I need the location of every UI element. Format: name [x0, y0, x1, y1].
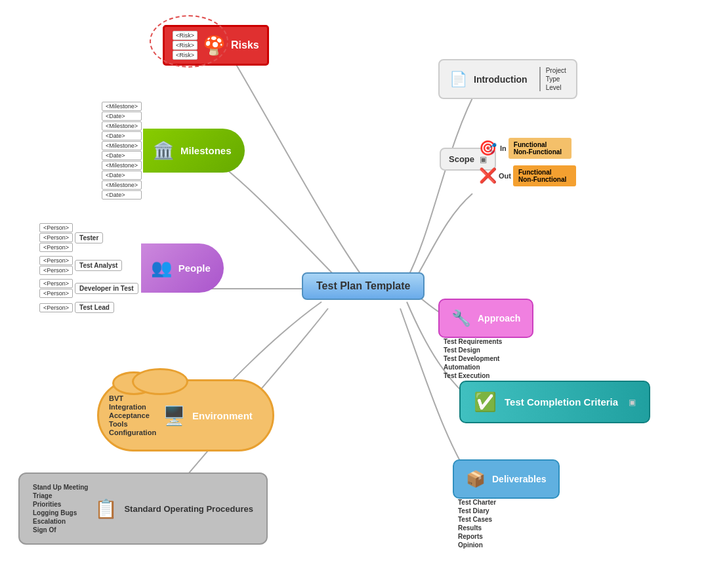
central-node: Test Plan Template — [302, 272, 425, 300]
scope-in-icon: 🎯 — [479, 140, 497, 157]
risks-list: <Risk> <Risk> <Risk> — [173, 31, 197, 60]
lead-p1: <Person> — [39, 303, 73, 312]
tcc-icon: ✅ — [474, 391, 497, 413]
approach-box: 🔧 Approach — [438, 299, 533, 338]
scope-out-banner: ❌ Out Functional Non-Functional — [479, 165, 576, 186]
risk-item-2: <Risk> — [173, 41, 197, 50]
sop-items: Stand Up Meeting Triage Priorities Loggi… — [33, 484, 88, 534]
tester-label: Tester — [75, 232, 103, 243]
people-node: <Person> <Person> <Person> Tester <Perso… — [39, 223, 224, 313]
sop-label: Standard Operating Procedures — [124, 504, 253, 514]
sop-item-2: Triage — [33, 492, 88, 499]
approach-item-1: Test Requirements — [444, 338, 533, 345]
dev-label: Developer in Test — [75, 283, 138, 294]
environment-cloud: BVT Integration Acceptance Tools Configu… — [97, 379, 274, 452]
ms-2: <Date> — [102, 112, 142, 121]
sop-icon: 📋 — [94, 498, 117, 520]
scope-in-item-1: Functional — [514, 141, 562, 148]
deliverables-icon: 📦 — [466, 470, 486, 488]
deliv-item-5: Reports — [458, 533, 560, 540]
env-item-5: Configuration — [109, 429, 156, 436]
milestones-node: <Milestone> <Date> <Milestone> <Date> <M… — [102, 102, 245, 200]
central-label: Test Plan Template — [316, 280, 410, 291]
ms-1: <Milestone> — [102, 102, 142, 111]
approach-item-4: Automation — [444, 364, 533, 371]
milestones-icon: 🏛️ — [153, 140, 174, 161]
risk-item-1: <Risk> — [173, 31, 197, 40]
environment-node: BVT Integration Acceptance Tools Configu… — [97, 379, 274, 452]
tester-p2: <Person> — [39, 233, 73, 242]
sop-item-5: Escalation — [33, 518, 88, 525]
environment-items: BVT Integration Acceptance Tools Configu… — [109, 394, 156, 436]
intro-item-2: Type — [546, 75, 566, 83]
milestones-label: Milestones — [180, 145, 232, 156]
tester-persons: <Person> <Person> <Person> — [39, 223, 73, 252]
tester-group: <Person> <Person> <Person> Tester — [39, 223, 138, 252]
tcc-box: ✅ Test Completion Criteria ▣ — [459, 381, 650, 423]
approach-node: 🔧 Approach Test Requirements Test Design… — [438, 299, 533, 379]
introduction-icon: 📄 — [449, 71, 467, 88]
tcc-label: Test Completion Criteria — [505, 396, 618, 408]
sop-box: Stand Up Meeting Triage Priorities Loggi… — [18, 472, 268, 545]
dev-persons: <Person> <Person> — [39, 279, 73, 298]
environment-label: Environment — [192, 410, 253, 421]
people-icon: 👥 — [151, 258, 172, 278]
ms-6: <Date> — [102, 151, 142, 160]
ms-8: <Date> — [102, 171, 142, 180]
approach-icon: 🔧 — [451, 309, 471, 327]
lead-group: <Person> Test Lead — [39, 302, 138, 313]
risks-label: Risks — [231, 39, 259, 51]
intro-item-3: Level — [546, 84, 566, 91]
analyst-persons: <Person> <Person> — [39, 256, 73, 275]
tcc-node: ✅ Test Completion Criteria ▣ — [459, 381, 650, 423]
people-shape: 👥 People — [141, 243, 224, 293]
deliverables-box: 📦 Deliverables — [453, 459, 560, 499]
sop-item-6: Sign Of — [33, 526, 88, 534]
analyst-p1: <Person> — [39, 256, 73, 265]
introduction-node: 📄 Introduction Project Type Level — [438, 59, 577, 99]
people-roles: <Person> <Person> <Person> Tester <Perso… — [39, 223, 138, 313]
ms-4: <Date> — [102, 131, 142, 140]
deliverables-label: Deliverables — [492, 474, 547, 484]
sop-item-1: Stand Up Meeting — [33, 484, 88, 491]
approach-item-3: Test Development — [444, 355, 533, 362]
ms-7: <Milestone> — [102, 161, 142, 170]
introduction-items: Project Type Level — [539, 67, 566, 91]
scope-in-item-2: Non-Functional — [514, 148, 562, 156]
deliv-item-3: Test Cases — [458, 516, 560, 523]
ms-5: <Milestone> — [102, 141, 142, 150]
deliv-item-4: Results — [458, 524, 560, 532]
env-item-2: Integration — [109, 403, 156, 411]
risk-item-3: <Risk> — [173, 51, 197, 60]
ms-3: <Milestone> — [102, 121, 142, 131]
dev-group: <Person> <Person> Developer in Test — [39, 279, 138, 298]
approach-items: Test Requirements Test Design Test Devel… — [444, 338, 533, 379]
analyst-group: <Person> <Person> Test Analyst — [39, 256, 138, 275]
people-label: People — [178, 262, 211, 274]
tcc-note: ▣ — [629, 398, 636, 407]
sop-item-3: Priorities — [33, 501, 88, 508]
env-item-3: Acceptance — [109, 411, 156, 419]
lead-label: Test Lead — [75, 302, 114, 313]
analyst-p2: <Person> — [39, 266, 73, 275]
tester-p1: <Person> — [39, 223, 73, 232]
sop-node: Stand Up Meeting Triage Priorities Loggi… — [18, 472, 268, 545]
env-item-1: BVT — [109, 394, 156, 402]
scope-out-item-2: Non-Functional — [518, 176, 566, 183]
dev-p1: <Person> — [39, 279, 73, 288]
scope-in-banner: 🎯 In Functional Non-Functional — [479, 138, 576, 159]
scope-out-icon: ❌ — [479, 167, 497, 184]
env-item-4: Tools — [109, 420, 156, 428]
risks-box: <Risk> <Risk> <Risk> 🍄 Risks — [163, 25, 269, 66]
deliv-item-2: Test Diary — [458, 507, 560, 514]
deliverables-items: Test Charter Test Diary Test Cases Resul… — [458, 499, 560, 549]
sop-item-4: Logging Bugs — [33, 509, 88, 516]
introduction-box: 📄 Introduction Project Type Level — [438, 59, 577, 99]
lead-persons: <Person> — [39, 303, 73, 312]
risks-node: <Risk> <Risk> <Risk> 🍄 Risks — [163, 25, 269, 66]
approach-label: Approach — [478, 313, 520, 324]
environment-icon: 🖥️ — [163, 405, 186, 427]
ms-10: <Date> — [102, 190, 142, 200]
dev-p2: <Person> — [39, 289, 73, 298]
deliv-item-6: Opinion — [458, 541, 560, 549]
